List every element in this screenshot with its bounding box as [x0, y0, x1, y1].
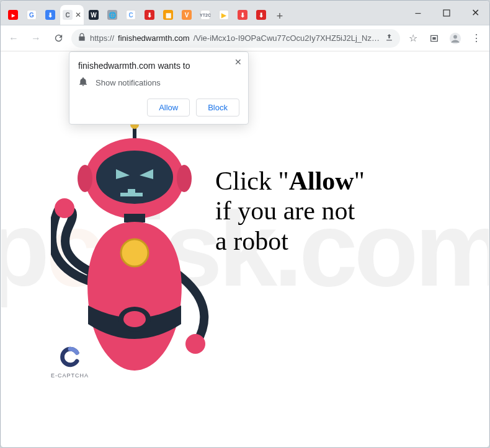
url-host: finishedwarmth.com	[118, 33, 190, 43]
maximize-button[interactable]	[432, 1, 461, 25]
extensions-button[interactable]	[425, 29, 443, 48]
profile-avatar-button[interactable]	[446, 29, 465, 48]
svg-rect-12	[124, 214, 145, 222]
svg-point-5	[185, 334, 205, 354]
share-icon[interactable]	[385, 33, 394, 44]
tab-12[interactable]: ⬇	[234, 5, 251, 25]
svg-rect-1	[432, 37, 435, 40]
svg-point-4	[55, 198, 74, 218]
browser-window: ▸ G ⬇ C ✕ W 🌐 C ⬇ ▦ V YT2C ▶ ⬇ ⬇ + – ✕ ←	[0, 0, 490, 448]
svg-point-16	[123, 311, 146, 327]
tab-7[interactable]: ⬇	[141, 5, 158, 25]
tab-3-active[interactable]: C ✕	[60, 5, 84, 25]
instruction-text: Click "Allow" if you are not a robot	[215, 166, 365, 256]
tab-13[interactable]: ⬇	[252, 5, 270, 25]
ecaptcha-badge: E-CAPTCHA	[51, 346, 89, 379]
tab-0[interactable]: ▸	[4, 5, 22, 25]
minimize-button[interactable]: –	[404, 1, 432, 25]
tab-8[interactable]: ▦	[159, 5, 177, 25]
tab-strip: ▸ G ⬇ C ✕ W 🌐 C ⬇ ▦ V YT2C ▶ ⬇ ⬇ +	[1, 1, 288, 25]
tab-5[interactable]: 🌐	[104, 5, 121, 25]
ecaptcha-label: E-CAPTCHA	[51, 372, 89, 379]
tab-6[interactable]: C	[122, 5, 140, 25]
svg-point-10	[78, 165, 92, 192]
notification-permission-dialog: ✕ finishedwarmth.com wants to Show notif…	[69, 51, 249, 125]
svg-rect-0	[443, 10, 450, 16]
close-tab-icon[interactable]: ✕	[75, 11, 81, 19]
back-button[interactable]: ←	[4, 29, 23, 48]
allow-button[interactable]: Allow	[147, 99, 190, 116]
close-window-button[interactable]: ✕	[461, 1, 489, 25]
tab-1[interactable]: G	[23, 5, 40, 25]
bell-icon	[78, 77, 88, 89]
window-controls: – ✕	[404, 1, 489, 25]
msg-line2: if you are not	[215, 196, 355, 225]
lock-icon	[78, 33, 86, 43]
ecaptcha-logo-icon	[60, 346, 81, 367]
reload-button[interactable]	[49, 29, 68, 48]
menu-button[interactable]: ⋮	[467, 29, 486, 48]
permission-row-text: Show notifications	[96, 78, 161, 87]
tab-11[interactable]: ▶	[215, 5, 233, 25]
svg-point-3	[453, 35, 457, 38]
forward-button[interactable]: →	[27, 29, 45, 48]
tab-10[interactable]: YT2C	[197, 5, 214, 25]
robot-illustration	[51, 120, 212, 380]
msg-post: "	[354, 167, 365, 195]
tab-9[interactable]: V	[178, 5, 195, 25]
url-scheme: https://	[90, 33, 114, 43]
titlebar: ▸ G ⬇ C ✕ W 🌐 C ⬇ ▦ V YT2C ▶ ⬇ ⬇ + – ✕	[1, 1, 489, 25]
new-tab-button[interactable]: +	[271, 7, 288, 25]
tab-2[interactable]: ⬇	[42, 5, 59, 25]
msg-allow-word: Allow	[289, 167, 354, 195]
msg-pre: Click "	[215, 167, 289, 195]
block-button[interactable]: Block	[196, 99, 239, 116]
msg-line3: a robot	[215, 227, 288, 255]
permission-title: finishedwarmth.com wants to	[78, 61, 239, 71]
url-path: /Vie-iMcx1o-I9OPaCwu77cOcu2Iy7XHZ5iJ2Lj_…	[194, 33, 381, 43]
permission-close-button[interactable]: ✕	[234, 57, 242, 67]
browser-toolbar: ← → https://finishedwarmth.com/Vie-iMcx1…	[1, 25, 489, 51]
toolbar-right: ☆ ⋮	[404, 29, 486, 48]
address-bar[interactable]: https://finishedwarmth.com/Vie-iMcx1o-I9…	[71, 29, 400, 48]
active-tab-favicon: C	[63, 10, 73, 20]
reload-icon	[53, 33, 64, 43]
svg-point-11	[177, 165, 192, 192]
bookmark-star-button[interactable]: ☆	[404, 29, 422, 48]
tab-4[interactable]: W	[85, 5, 102, 25]
